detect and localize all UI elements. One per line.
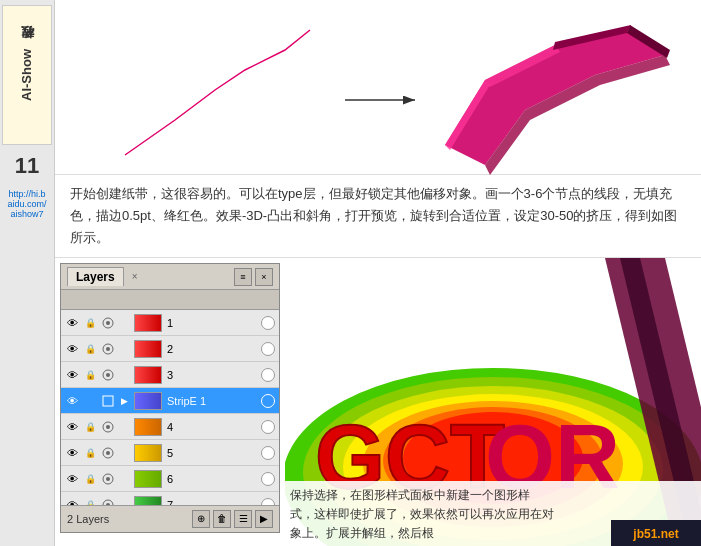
- add-layer-icon[interactable]: ⊕: [192, 510, 210, 528]
- illustration-area: [55, 0, 701, 175]
- delete-layer-icon[interactable]: 🗑: [213, 510, 231, 528]
- target-icon: [99, 470, 117, 488]
- layer-thumbnail: [134, 314, 162, 332]
- layer-name: 3: [165, 369, 261, 381]
- layer-target-dot[interactable]: [261, 498, 275, 506]
- lock-icon: 🔒: [81, 418, 99, 436]
- layers-tab[interactable]: Layers: [67, 267, 124, 286]
- svg-point-21: [106, 321, 110, 325]
- target-icon: [99, 444, 117, 462]
- layer-name: 4: [165, 421, 261, 433]
- target-icon: [99, 314, 117, 332]
- layer-name: 5: [165, 447, 261, 459]
- lock-icon: 🔒: [81, 340, 99, 358]
- layer-thumbnail: [134, 470, 162, 488]
- svg-point-32: [106, 477, 110, 481]
- layers-menu-icon[interactable]: ≡: [234, 268, 252, 286]
- svg-point-28: [106, 425, 110, 429]
- options-icon[interactable]: ☰: [234, 510, 252, 528]
- svg-point-23: [106, 347, 110, 351]
- layers-header: Layers × ≡ ×: [61, 264, 279, 290]
- svg-point-34: [106, 503, 110, 506]
- target-icon: [99, 366, 117, 384]
- eye-icon[interactable]: 👁: [63, 444, 81, 462]
- lock-icon: 🔒: [81, 496, 99, 506]
- layer-thumbnail: [134, 340, 162, 358]
- play-icon[interactable]: ▶: [255, 510, 273, 528]
- eye-icon[interactable]: 👁: [63, 314, 81, 332]
- main-content: 开始创建纸带，这很容易的。可以在type层，但最好锁定其他偏移对象。画一个3-6…: [55, 0, 701, 546]
- layers-footer: 2 Layers ⊕ 🗑 ☰ ▶: [61, 505, 279, 531]
- layer-name: StripE 1: [165, 395, 261, 407]
- layer-name: 1: [165, 317, 261, 329]
- layer-thumbnail: [134, 444, 162, 462]
- eye-icon[interactable]: 👁: [63, 496, 81, 506]
- expand-icon[interactable]: ▶: [117, 396, 131, 406]
- layer-thumbnail: [134, 418, 162, 436]
- layer-target-dot[interactable]: [261, 342, 275, 356]
- left-sidebar: AI-Show教程 11 http://hi.b aidu.com/ aisho…: [0, 0, 55, 546]
- target-icon: [99, 418, 117, 436]
- lock-icon: 🔒: [81, 366, 99, 384]
- layer-name: 2: [165, 343, 261, 355]
- lock-icon: [81, 392, 99, 410]
- eye-icon[interactable]: 👁: [63, 366, 81, 384]
- eye-icon[interactable]: 👁: [63, 340, 81, 358]
- layers-close-icon[interactable]: ×: [255, 268, 273, 286]
- table-row[interactable]: 👁 🔒 4: [61, 414, 279, 440]
- table-row[interactable]: 👁 🔒 5: [61, 440, 279, 466]
- layers-count-label: 2 Layers: [67, 513, 109, 525]
- eye-icon[interactable]: 👁: [63, 392, 81, 410]
- layer-thumbnail: [134, 392, 162, 410]
- footer-icons: ⊕ 🗑 ☰ ▶: [192, 510, 273, 528]
- layer-target-dot[interactable]: [261, 472, 275, 486]
- layer-target-dot[interactable]: [261, 446, 275, 460]
- svg-rect-26: [103, 396, 113, 406]
- eye-icon[interactable]: 👁: [63, 418, 81, 436]
- layer-name: 6: [165, 473, 261, 485]
- lock-icon: 🔒: [81, 314, 99, 332]
- site-badge: jb51.net: [611, 520, 701, 546]
- table-row[interactable]: 👁 🔒 6: [61, 466, 279, 492]
- svg-point-30: [106, 451, 110, 455]
- table-row[interactable]: 👁 🔒 3: [61, 362, 279, 388]
- layer-name: 7: [165, 499, 261, 506]
- description-text: 开始创建纸带，这很容易的。可以在type层，但最好锁定其他偏移对象。画一个3-6…: [55, 175, 701, 258]
- table-row[interactable]: 👁 🔒 2: [61, 336, 279, 362]
- table-row[interactable]: 👁 ▶ StripE 1: [61, 388, 279, 414]
- target-icon: [99, 340, 117, 358]
- target-icon: [99, 392, 117, 410]
- layer-target-dot[interactable]: [261, 368, 275, 382]
- svg-point-25: [106, 373, 110, 377]
- sidebar-logo: AI-Show教程: [2, 5, 52, 145]
- target-icon: [99, 496, 117, 506]
- table-row[interactable]: 👁 🔒 7: [61, 492, 279, 505]
- layers-list: 👁 🔒 1 👁 🔒: [61, 310, 279, 505]
- layer-target-dot[interactable]: [261, 394, 275, 408]
- sidebar-number: 11: [15, 153, 39, 179]
- layer-thumbnail: [134, 366, 162, 384]
- table-row[interactable]: 👁 🔒 1: [61, 310, 279, 336]
- bottom-section: GCT OR Layers × ≡ ×: [55, 258, 701, 546]
- eye-icon[interactable]: 👁: [63, 470, 81, 488]
- layer-target-dot[interactable]: [261, 316, 275, 330]
- layer-thumbnail: [134, 496, 162, 506]
- layers-panel: Layers × ≡ × 👁: [60, 263, 280, 533]
- sidebar-link[interactable]: http://hi.b aidu.com/ aishow7: [4, 189, 49, 219]
- lock-icon: 🔒: [81, 470, 99, 488]
- layer-target-dot[interactable]: [261, 420, 275, 434]
- lock-icon: 🔒: [81, 444, 99, 462]
